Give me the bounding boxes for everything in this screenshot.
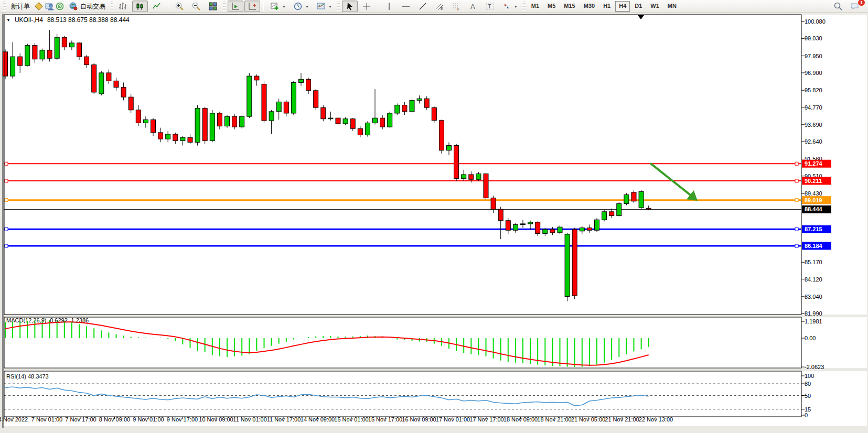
candle-down [424,99,429,107]
fibonacci-button[interactable]: F [448,1,464,12]
line-anchor-handle[interactable] [5,244,8,247]
periods-button[interactable]: ▼ [290,1,312,12]
timeframe-h1-button[interactable]: H1 [599,1,614,12]
timeframe-mn-button[interactable]: MN [664,1,680,12]
channel-button[interactable]: E [432,1,447,12]
candle-up [269,112,274,121]
text-label-button[interactable]: T [482,1,498,12]
timeframe-m1-button[interactable]: M1 [528,1,543,12]
trendline-button[interactable] [415,1,431,12]
candle-down [128,97,133,110]
candle-up [180,137,185,140]
trendline-icon [418,2,427,11]
line-anchor-handle[interactable] [795,179,798,182]
line-anchor-handle[interactable] [5,228,8,231]
diamond-icon[interactable] [34,2,44,11]
candle-down [358,128,362,135]
line-chart-icon [152,2,162,11]
candle-up [240,116,244,127]
candle-up [195,109,200,143]
candle-up [25,46,30,66]
autotrading-button[interactable]: 自动交易 [66,1,109,12]
time-tick-label: 7 Nov 01:00 [31,416,62,423]
timeframe-m5-button[interactable]: M5 [544,1,559,12]
timeframe-h4-button[interactable]: H4 [615,1,630,12]
candle-down [47,50,52,58]
search-button[interactable] [830,1,846,12]
horizontal-line-button[interactable] [398,1,414,12]
candle-down [402,105,407,112]
vertical-line-button[interactable] [381,1,397,12]
candle-up [143,120,148,123]
line-anchor-handle[interactable] [795,199,798,202]
timeframe-w1-button[interactable]: W1 [647,1,663,12]
candle-down [232,116,237,127]
cursor-icon [345,2,355,11]
toolbar-separator [168,2,168,11]
timeframe-m15-button[interactable]: M15 [560,1,578,12]
line-anchor-handle[interactable] [5,162,8,165]
time-axis[interactable]: 4 Nov 20227 Nov 01:007 Nov 17:008 Nov 09… [0,416,673,423]
line-anchor-handle[interactable] [5,179,8,182]
user-chart-icon[interactable] [45,2,54,11]
chart-window[interactable]: 100.08099.03097.95096.90095.82094.77093.… [0,14,868,428]
zoom-in-button[interactable] [172,1,187,12]
candle-up [565,234,570,297]
main-pane-bg [4,15,867,315]
zoom-out-icon [191,2,201,11]
crosshair-icon [362,2,371,11]
candle-down [3,52,8,76]
fibonacci-icon: F [452,2,461,11]
templates-button[interactable]: ▼ [313,1,335,12]
time-tick-label: 11 Nov 17:00 [267,416,301,423]
notifications-button[interactable]: 1 [847,1,863,12]
macd-pane-bg [4,317,867,368]
candle-up [69,43,74,47]
line-anchor-handle[interactable] [795,228,798,231]
line-anchor-handle[interactable] [5,199,8,202]
time-tick-label: 7 Nov 17:00 [65,416,96,423]
candle-up [624,194,629,203]
text-button[interactable]: A [465,1,481,12]
candle-up [343,119,348,124]
candlestick-chart-button[interactable] [132,1,148,12]
add-indicator-button[interactable]: ▼ [267,1,289,12]
symbol-period-label: UKOil-,H4 [15,16,43,24]
line-anchor-handle[interactable] [795,162,798,165]
line-chart-button[interactable] [149,1,165,12]
zoom-out-button[interactable] [188,1,204,12]
cursor-button[interactable] [342,1,358,12]
auto-scroll-button[interactable] [228,1,243,12]
globe-icon [69,2,78,11]
candle-up [543,230,548,234]
time-tick-label: 11 Nov 01:00 [233,416,267,423]
candle-down [454,146,459,179]
candle-down [321,107,326,119]
chevron-down-icon: ▼ [282,5,286,8]
candle-down [631,192,636,201]
new-order-button[interactable]: 新订单 [8,1,33,12]
svg-text:E: E [441,7,443,10]
timeframe-m30-button[interactable]: M30 [580,1,598,12]
candle-up [210,113,215,140]
timeframe-d1-button[interactable]: D1 [631,1,646,12]
toolbar-grip [3,2,6,11]
candle-down [469,175,474,179]
time-tick-label: 9 Nov 01:00 [133,416,164,423]
symbol-dropdown-icon[interactable]: ▼ [6,18,10,23]
chart-shift-button[interactable] [244,1,260,12]
signal-icon[interactable] [55,2,65,11]
candle-up [373,118,378,123]
chart-canvas[interactable]: 100.08099.03097.95096.90095.82094.77093.… [0,14,868,433]
bar-chart-button[interactable] [115,1,131,12]
candle-up [10,57,15,76]
crosshair-button[interactable] [359,1,374,12]
line-anchor-handle[interactable] [795,244,798,247]
price-level-tag-label: 90.211 [805,178,822,184]
horizontal-line-icon [401,2,411,11]
arrows-button[interactable]: ▼ [499,1,521,12]
candle-up [521,224,526,225]
tile-windows-button[interactable] [205,1,221,12]
time-tick-label: 21 Nov 21:00 [605,416,639,423]
toolbar: 新订单自动交易▼▼▼EFAT▼M1M5M15M30H1H4D1W1MN1 [0,0,868,13]
